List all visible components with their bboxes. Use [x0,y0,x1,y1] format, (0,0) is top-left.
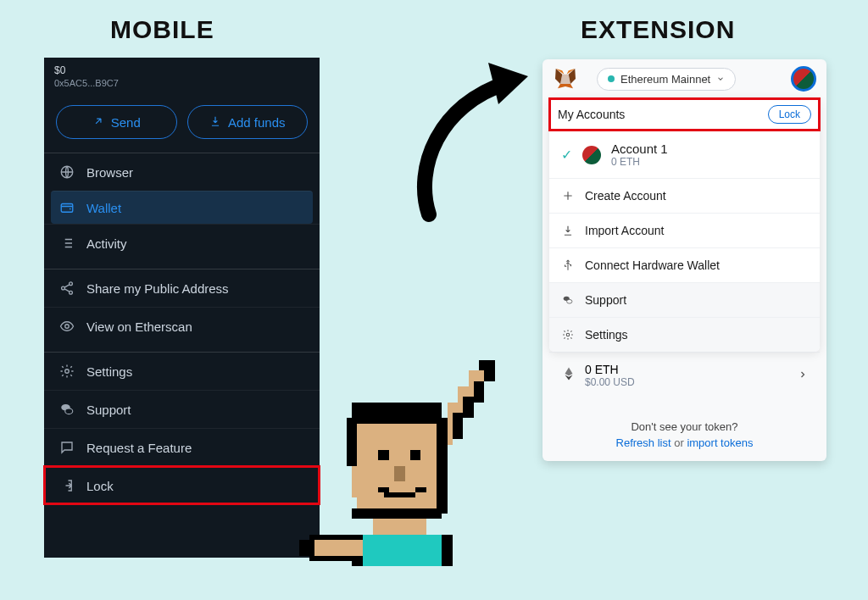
svg-rect-45 [309,535,363,540]
message-icon [59,440,75,455]
svg-point-8 [65,408,73,414]
chevron-down-icon [716,75,725,83]
menu-etherscan-label: View on Etherscan [86,319,192,334]
menu-activity[interactable]: Activity [44,224,320,262]
svg-rect-32 [352,508,442,519]
svg-rect-20 [484,365,495,381]
create-account-button[interactable]: Create Account [549,178,820,213]
svg-rect-31 [352,466,363,498]
mobile-heading: MOBILE [110,15,214,44]
plus-icon [561,190,575,202]
accounts-menu-title: My Accounts [558,108,625,121]
menu-wallet[interactable]: Wallet [51,191,313,224]
metamask-fox-icon [553,66,578,92]
svg-point-3 [62,286,65,290]
svg-rect-43 [442,535,453,567]
gear-icon [59,364,75,379]
download-icon [209,115,221,130]
accounts-menu: My Accounts Lock ✓ Account 1 0 ETH Creat… [549,98,820,352]
svg-rect-33 [437,460,448,514]
account-row[interactable]: ✓ Account 1 0 ETH [549,131,820,178]
pixel-character [309,349,564,600]
svg-rect-36 [394,466,405,482]
refresh-list-link[interactable]: Refresh list [616,436,671,449]
ext-support-button[interactable]: Support [549,282,820,317]
menu-support-label: Support [86,403,131,417]
svg-point-4 [70,291,73,294]
import-account-button[interactable]: Import Account [549,213,820,247]
svg-rect-44 [309,540,363,556]
add-funds-button[interactable]: Add funds [187,105,309,139]
svg-rect-26 [453,413,464,439]
gear-icon [561,329,575,341]
import-tokens-link[interactable]: import tokens [687,436,753,449]
usd-amount: $0.00 USD [585,376,635,388]
list-icon [59,236,75,251]
arrow-illustration [397,58,541,219]
svg-rect-38 [384,492,416,497]
create-account-label: Create Account [585,189,666,203]
eth-amount: 0 ETH [585,363,635,376]
svg-rect-34 [378,450,389,461]
menu-support[interactable]: Support [44,390,320,428]
svg-rect-24 [463,397,474,418]
import-account-label: Import Account [585,224,664,237]
ext-settings-button[interactable]: Settings [549,317,820,352]
globe-icon [59,164,75,180]
svg-rect-47 [299,540,315,556]
network-status-dot [608,75,615,82]
footer-question: Don't see your token? [542,420,826,433]
svg-marker-12 [558,84,573,88]
send-button[interactable]: Send [56,105,177,139]
wallet-address: 0x5AC5...B9C7 [54,78,309,88]
wallet-icon [59,200,75,215]
lock-button[interactable]: Lock [768,105,811,124]
svg-rect-41 [357,535,447,567]
menu-browser-label: Browser [86,165,133,180]
svg-rect-22 [474,381,485,403]
menu-share-label: Share my Public Address [86,281,229,296]
chat-icon [59,402,75,417]
menu-request[interactable]: Request a Feature [44,428,320,466]
menu-etherscan[interactable]: View on Etherscan [44,307,320,345]
extension-heading: EXTENSION [581,15,735,44]
svg-point-17 [566,333,570,336]
connect-hardware-label: Connect Hardware Wallet [585,258,720,272]
menu-lock-label: Lock [86,479,114,493]
menu-share[interactable]: Share my Public Address [44,269,320,307]
or-text: or [674,436,684,449]
extension-panel: Ethereum Mainnet My Accounts Lock ✓ Acco… [542,59,826,461]
mobile-header: $0 0x5AC5...B9C7 [44,58,320,97]
svg-rect-27 [352,403,442,424]
user-avatar[interactable] [791,66,816,92]
svg-point-16 [567,299,572,303]
menu-request-label: Request a Feature [86,441,192,455]
menu-wallet-label: Wallet [86,201,121,215]
svg-rect-1 [61,204,73,213]
download-icon [561,225,575,236]
svg-rect-35 [410,450,421,461]
chevron-right-icon [798,368,808,383]
eye-icon [59,319,75,334]
network-selector[interactable]: Ethereum Mainnet [597,68,736,91]
account-balance: 0 ETH [611,156,668,168]
send-label: Send [111,115,141,130]
eth-balance-row[interactable]: 0 ETH $0.00 USD [549,352,820,398]
add-funds-label: Add funds [228,115,286,130]
menu-settings[interactable]: Settings [44,352,320,390]
connect-hardware-button[interactable]: Connect Hardware Wallet [549,247,820,282]
extension-footer: Don't see your token? Refresh list or im… [542,398,826,449]
account-name: Account 1 [611,142,668,156]
arrow-up-right-icon [92,115,104,130]
share-icon [59,281,75,296]
logout-icon [59,478,75,493]
ext-support-label: Support [585,293,626,307]
network-name: Ethereum Mainnet [620,73,710,86]
menu-lock[interactable]: Lock [44,466,320,504]
chat-icon [561,294,575,306]
mobile-panel: $0 0x5AC5...B9C7 Send Add funds Browser [44,58,320,558]
ext-settings-label: Settings [585,328,628,342]
menu-browser[interactable]: Browser [44,153,320,191]
svg-point-6 [65,369,70,374]
menu-activity-label: Activity [86,236,127,251]
